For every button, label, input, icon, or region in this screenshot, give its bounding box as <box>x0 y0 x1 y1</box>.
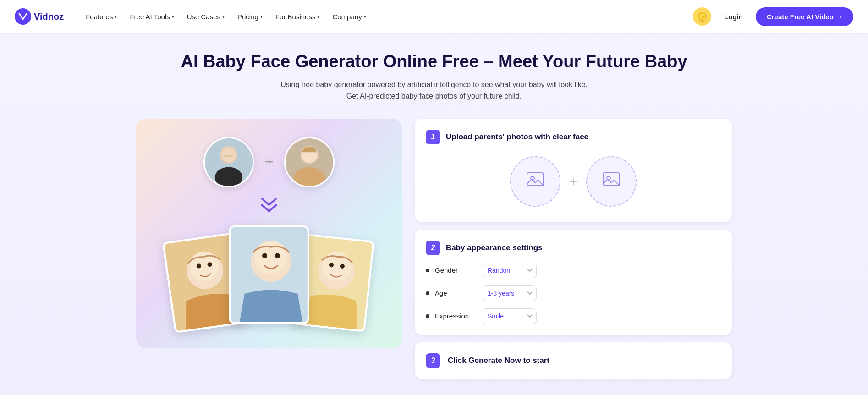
step1-header: 1 Upload parents' photos with clear face <box>426 130 721 144</box>
gender-setting-row: Gender Random Boy Girl <box>426 263 721 278</box>
svg-point-18 <box>275 253 280 258</box>
upload-mom-button[interactable] <box>586 156 637 207</box>
step1-number: 1 <box>426 130 440 144</box>
nav-item-for-business[interactable]: For Business ▾ <box>270 9 325 24</box>
nav-item-free-ai-tools[interactable]: Free AI Tools ▾ <box>124 9 179 24</box>
upload-row: + <box>426 152 721 211</box>
step2-card: 2 Baby appearance settings Gender Random… <box>415 230 732 335</box>
expression-bullet <box>426 314 429 318</box>
upload-dad-button[interactable] <box>510 156 560 207</box>
double-chevron-icon <box>258 197 280 216</box>
babies-row <box>150 223 388 329</box>
dad-photo <box>205 138 253 186</box>
svg-point-17 <box>262 253 267 258</box>
age-bullet <box>426 291 429 295</box>
logo-link[interactable]: Vidnoz <box>15 8 64 25</box>
chevron-down-icon: ▾ <box>260 14 263 19</box>
expression-select[interactable]: Smile Neutral Happy <box>482 308 537 324</box>
coin-badge[interactable]: 🪙 <box>693 7 711 26</box>
settings-rows: Gender Random Boy Girl Age 1-3 years 4-6… <box>426 263 721 324</box>
nav-item-use-cases[interactable]: Use Cases ▾ <box>181 9 230 24</box>
svg-point-4 <box>222 148 236 162</box>
nav-right: 🪙 Login Create Free AI Video → <box>693 7 853 26</box>
step2-header: 2 Baby appearance settings <box>426 241 721 255</box>
login-button[interactable]: Login <box>719 9 748 24</box>
step3-title: Click Generate Now to start <box>448 356 549 365</box>
hero-subtitle: Using free baby generator powered by art… <box>15 79 853 102</box>
age-select[interactable]: 1-3 years 4-6 years 7-10 years <box>482 285 537 301</box>
navbar: Vidnoz Features ▾ Free AI Tools ▾ Use Ca… <box>0 0 868 33</box>
dad-avatar <box>203 137 254 187</box>
age-setting-row: Age 1-3 years 4-6 years 7-10 years <box>426 285 721 301</box>
chevron-down-icon: ▾ <box>364 14 366 19</box>
expression-label: Expression <box>435 312 476 320</box>
upload-dad-icon <box>525 169 545 193</box>
parents-row: + <box>203 137 335 187</box>
chevron-down-icon: ▾ <box>115 14 117 19</box>
step3-number: 3 <box>426 353 440 368</box>
nav-item-features[interactable]: Features ▾ <box>80 9 122 24</box>
step3-card: 3 Click Generate Now to start <box>415 342 732 379</box>
step1-title: Upload parents' photos with clear face <box>446 132 588 142</box>
preview-panel: + <box>136 119 402 348</box>
svg-point-0 <box>15 8 31 25</box>
right-panel: 1 Upload parents' photos with clear face <box>415 119 732 379</box>
main-content: AI Baby Face Generator Online Free – Mee… <box>0 33 868 395</box>
chevron-down-icon: ▾ <box>172 14 174 19</box>
hero-title: AI Baby Face Generator Online Free – Mee… <box>15 51 853 72</box>
upload-mom-icon <box>601 169 621 193</box>
nav-item-pricing[interactable]: Pricing ▾ <box>232 9 268 24</box>
create-free-video-button[interactable]: Create Free AI Video → <box>756 7 853 26</box>
step2-number: 2 <box>426 241 440 255</box>
logo-icon <box>15 8 31 25</box>
step2-title: Baby appearance settings <box>446 243 543 252</box>
gender-bullet <box>426 269 429 272</box>
expression-setting-row: Expression Smile Neutral Happy <box>426 308 721 324</box>
mom-photo <box>286 138 333 186</box>
age-label: Age <box>435 289 476 297</box>
nav-item-company[interactable]: Company ▾ <box>327 9 371 24</box>
logo-text: Vidnoz <box>34 11 64 22</box>
baby-photo-2 <box>229 225 309 324</box>
gender-select[interactable]: Random Boy Girl <box>482 263 537 278</box>
content-row: + <box>136 119 732 379</box>
mom-avatar <box>284 137 335 187</box>
gender-label: Gender <box>435 266 476 274</box>
upload-plus-separator: + <box>570 174 577 189</box>
chevron-down-icon: ▾ <box>317 14 319 19</box>
coin-icon: 🪙 <box>697 11 708 22</box>
plus-separator: + <box>265 154 274 170</box>
nav-links: Features ▾ Free AI Tools ▾ Use Cases ▾ P… <box>80 9 682 24</box>
chevron-down-icon: ▾ <box>222 14 225 19</box>
step1-card: 1 Upload parents' photos with clear face <box>415 119 732 222</box>
